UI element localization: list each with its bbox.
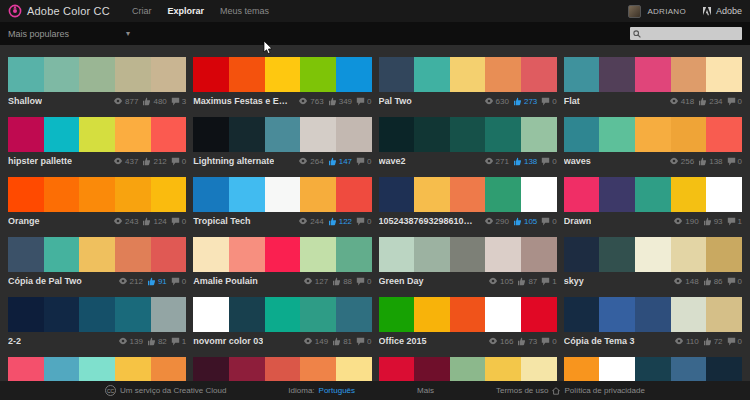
- color-swatch[interactable]: [564, 57, 600, 92]
- thumbs-up-icon[interactable]: [328, 217, 337, 226]
- thumbs-up-icon[interactable]: [698, 97, 707, 106]
- color-swatch[interactable]: [414, 237, 450, 272]
- comments-stat[interactable]: 0: [356, 97, 371, 106]
- color-swatch[interactable]: [79, 177, 115, 212]
- color-swatch[interactable]: [193, 237, 229, 272]
- palette-swatches[interactable]: [193, 177, 371, 212]
- color-swatch[interactable]: [44, 237, 80, 272]
- color-swatch[interactable]: [706, 177, 742, 212]
- color-swatch[interactable]: [336, 177, 372, 212]
- palette-swatches[interactable]: [564, 237, 742, 272]
- color-swatch[interactable]: [599, 177, 635, 212]
- palette-name[interactable]: Flat: [564, 96, 580, 106]
- palette-card[interactable]: hipster pallette 437 212: [8, 117, 186, 168]
- palette-name[interactable]: Amalie Poulain: [193, 276, 258, 286]
- color-swatch[interactable]: [44, 117, 80, 152]
- comments-stat[interactable]: 0: [171, 217, 186, 226]
- color-swatch[interactable]: [229, 57, 265, 92]
- color-swatch[interactable]: [564, 237, 600, 272]
- color-swatch[interactable]: [151, 57, 187, 92]
- adobe-brand[interactable]: Adobe: [702, 6, 742, 16]
- comments-stat[interactable]: 1: [171, 337, 186, 346]
- color-swatch[interactable]: [151, 237, 187, 272]
- palette-swatches[interactable]: [379, 297, 557, 332]
- palette-card[interactable]: Tropical Tech 244 122: [193, 177, 371, 228]
- color-swatch[interactable]: [379, 117, 415, 152]
- search-input[interactable]: [644, 29, 739, 38]
- color-swatch[interactable]: [193, 177, 229, 212]
- color-swatch[interactable]: [379, 57, 415, 92]
- color-swatch[interactable]: [564, 177, 600, 212]
- color-swatch[interactable]: [193, 57, 229, 92]
- color-swatch[interactable]: [414, 57, 450, 92]
- color-swatch[interactable]: [300, 57, 336, 92]
- color-swatch[interactable]: [485, 177, 521, 212]
- color-swatch[interactable]: [521, 297, 557, 332]
- color-swatch[interactable]: [379, 237, 415, 272]
- color-swatch[interactable]: [229, 177, 265, 212]
- likes-stat[interactable]: 88: [332, 277, 352, 286]
- palette-name[interactable]: Maximus Festas e Eventos: [193, 96, 289, 106]
- color-swatch[interactable]: [671, 177, 707, 212]
- color-swatch[interactable]: [599, 117, 635, 152]
- thumbs-up-icon[interactable]: [328, 97, 337, 106]
- color-swatch[interactable]: [300, 177, 336, 212]
- palette-card[interactable]: 1052438769329861073924920552... 290 105: [379, 177, 557, 228]
- nav-criar[interactable]: Criar: [132, 6, 152, 16]
- likes-stat[interactable]: 73: [517, 337, 537, 346]
- color-swatch[interactable]: [599, 57, 635, 92]
- color-swatch[interactable]: [450, 177, 486, 212]
- search-box[interactable]: [630, 27, 742, 40]
- color-swatch[interactable]: [44, 57, 80, 92]
- color-swatch[interactable]: [450, 237, 486, 272]
- color-swatch[interactable]: [336, 57, 372, 92]
- likes-stat[interactable]: 349: [328, 97, 352, 106]
- color-swatch[interactable]: [265, 57, 301, 92]
- color-swatch[interactable]: [8, 237, 44, 272]
- color-swatch[interactable]: [671, 297, 707, 332]
- color-swatch[interactable]: [414, 177, 450, 212]
- likes-stat[interactable]: 234: [698, 97, 722, 106]
- palette-card[interactable]: 2-2 139 82: [8, 297, 186, 348]
- comments-stat[interactable]: 0: [727, 337, 742, 346]
- palette-swatches[interactable]: [379, 237, 557, 272]
- palette-swatches[interactable]: [193, 237, 371, 272]
- palette-swatches[interactable]: [379, 117, 557, 152]
- color-swatch[interactable]: [450, 57, 486, 92]
- palette-name[interactable]: wave2: [379, 156, 406, 166]
- color-swatch[interactable]: [8, 177, 44, 212]
- likes-stat[interactable]: 86: [703, 277, 723, 286]
- color-swatch[interactable]: [599, 297, 635, 332]
- color-swatch[interactable]: [379, 177, 415, 212]
- color-swatch[interactable]: [706, 57, 742, 92]
- comments-stat[interactable]: 1: [541, 277, 556, 286]
- likes-stat[interactable]: 124: [142, 217, 166, 226]
- palette-swatches[interactable]: [564, 57, 742, 92]
- user-avatar[interactable]: [628, 5, 641, 18]
- color-swatch[interactable]: [8, 117, 44, 152]
- palette-name[interactable]: Tropical Tech: [193, 216, 250, 226]
- color-swatch[interactable]: [521, 237, 557, 272]
- thumbs-up-icon[interactable]: [332, 337, 341, 346]
- color-swatch[interactable]: [706, 297, 742, 332]
- palette-swatches[interactable]: [379, 177, 557, 212]
- comments-stat[interactable]: 0: [727, 277, 742, 286]
- likes-stat[interactable]: 82: [147, 337, 167, 346]
- color-swatch[interactable]: [8, 297, 44, 332]
- color-swatch[interactable]: [300, 237, 336, 272]
- color-swatch[interactable]: [336, 117, 372, 152]
- thumbs-up-icon[interactable]: [142, 97, 151, 106]
- color-swatch[interactable]: [521, 57, 557, 92]
- likes-stat[interactable]: 93: [703, 217, 723, 226]
- color-swatch[interactable]: [115, 117, 151, 152]
- palette-card[interactable]: Shallow 877 480: [8, 57, 186, 108]
- color-swatch[interactable]: [229, 117, 265, 152]
- palette-card[interactable]: Office 2015 166 73: [379, 297, 557, 348]
- comments-stat[interactable]: 0: [171, 277, 186, 286]
- thumbs-up-icon[interactable]: [147, 277, 156, 286]
- color-swatch[interactable]: [671, 57, 707, 92]
- color-swatch[interactable]: [151, 297, 187, 332]
- likes-stat[interactable]: 480: [142, 97, 166, 106]
- color-swatch[interactable]: [671, 117, 707, 152]
- palette-name[interactable]: skyy: [564, 276, 584, 286]
